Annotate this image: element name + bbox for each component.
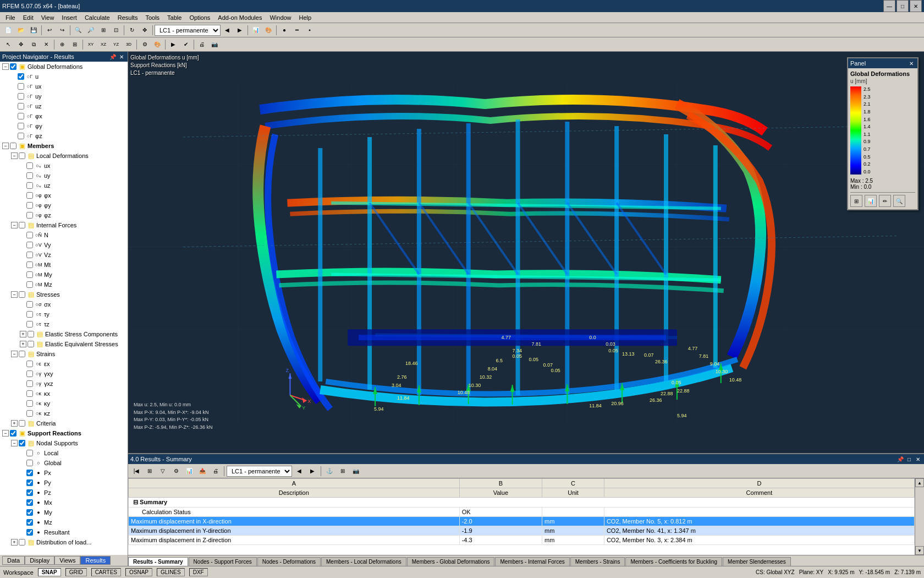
toggle-strains[interactable]: −	[11, 351, 18, 357]
move-button[interactable]: ✥	[15, 39, 27, 51]
tree-My[interactable]: ○M My	[0, 270, 128, 280]
toggle-stresses[interactable]: −	[11, 291, 18, 298]
check-lox[interactable]	[26, 192, 33, 199]
zoom-out-button[interactable]: 🔎	[85, 24, 97, 36]
check-stresses[interactable]	[19, 291, 25, 298]
btab-members-global-def[interactable]: Members - Global Deformations	[407, 557, 495, 566]
check-members[interactable]	[10, 143, 16, 149]
check-Mx[interactable]	[26, 499, 33, 506]
pan-button[interactable]: ✥	[139, 24, 151, 36]
tree-lox[interactable]: ○φ φx	[0, 190, 128, 200]
view-xz-button[interactable]: XZ	[97, 39, 109, 51]
check-resultant[interactable]	[26, 529, 33, 536]
view-yz-button[interactable]: YZ	[110, 39, 122, 51]
tree-lux[interactable]: ○ᵤ ux	[0, 161, 128, 171]
results-export-button[interactable]: 📤	[196, 465, 208, 477]
results-settings-button[interactable]: ⚙	[170, 465, 182, 477]
tree-Mx[interactable]: ● Mx	[0, 498, 128, 508]
tree-nodal-supports[interactable]: − ▤ Nodal Supports	[0, 438, 128, 448]
tree-Mz2[interactable]: ● Mz	[0, 517, 128, 527]
status-seg-grid[interactable]: GRID	[65, 568, 87, 576]
table-row-max-x[interactable]: Maximum displacement in X-direction -2.0…	[129, 517, 915, 526]
nav-pin-button[interactable]: 📌	[109, 53, 117, 61]
rotate-button[interactable]: ↻	[126, 24, 138, 36]
tree-local[interactable]: ○ Local	[0, 448, 128, 458]
view-xy-button[interactable]: XY	[85, 39, 97, 51]
results-expand-button[interactable]: ⊞	[337, 465, 349, 477]
tree-members[interactable]: − ▣ Members	[0, 141, 128, 151]
check-Px[interactable]	[26, 470, 33, 476]
tree-gxy[interactable]: ○γ γxy	[0, 369, 128, 379]
tree-ox[interactable]: ○Γ φx	[0, 111, 128, 121]
check-sigmax[interactable]	[26, 301, 33, 308]
calculate-all-button[interactable]: ▶	[167, 39, 179, 51]
tree-oy[interactable]: ○Γ φy	[0, 121, 128, 131]
check-internal-forces[interactable]	[19, 222, 25, 228]
tree-luz[interactable]: ○ᵤ uz	[0, 181, 128, 190]
toggle-elastic-equiv[interactable]: +	[20, 341, 26, 347]
tree-elastic-stress[interactable]: + ▤ Elastic Stress Components	[0, 329, 128, 339]
check-Mz[interactable]	[26, 281, 33, 288]
table-row-max-z[interactable]: Maximum displacement in Z-direction -4.3…	[129, 536, 915, 545]
tree-Vy[interactable]: ○V Vy	[0, 240, 128, 250]
maximize-button[interactable]: □	[897, 0, 909, 12]
zoom-in-button[interactable]: 🔍	[72, 24, 84, 36]
check-oz[interactable]	[18, 133, 24, 139]
tree-N[interactable]: ○Ñ N	[0, 230, 128, 240]
tree-kz[interactable]: ○κ κz	[0, 408, 128, 418]
zoom-window-button[interactable]: ⊡	[110, 24, 122, 36]
save-button[interactable]: 💾	[28, 24, 40, 36]
check-global[interactable]	[26, 460, 33, 466]
tree-uy[interactable]: ○Γ uy	[0, 91, 128, 101]
check-tauZ[interactable]	[26, 321, 33, 328]
tab-display[interactable]: Display	[25, 556, 54, 565]
btab-members-buckling[interactable]: Members - Coefficients for Buckling	[625, 557, 722, 566]
panel-close-button[interactable]: ✕	[908, 59, 915, 67]
results-chart-button[interactable]: 📊	[183, 465, 195, 477]
result-diagram-button[interactable]: 📊	[250, 24, 262, 36]
tree-ky[interactable]: ○κ κy	[0, 399, 128, 408]
check-nodal-supports[interactable]	[19, 440, 25, 446]
tree-gxz[interactable]: ○γ γxz	[0, 379, 128, 389]
viewport-3d[interactable]: Global Deformations u [mm] Support React…	[128, 52, 924, 453]
scroll-up-button[interactable]: ▲	[915, 478, 924, 487]
grid-button[interactable]: ⊞	[69, 39, 81, 51]
menu-edit[interactable]: Edit	[20, 14, 37, 21]
tree-My2[interactable]: ● My	[0, 508, 128, 517]
table-row-max-y[interactable]: Maximum displacement in Y-direction -1.9…	[129, 526, 915, 536]
menu-file[interactable]: File	[2, 14, 19, 21]
check-tauY[interactable]	[26, 311, 33, 318]
menu-help[interactable]: Help	[296, 14, 315, 21]
print-button[interactable]: 🖨	[196, 39, 208, 51]
menu-addons[interactable]: Add-on Modules	[215, 14, 265, 21]
scroll-down-button[interactable]: ▼	[915, 546, 924, 555]
snap-button[interactable]: ⊕	[56, 39, 68, 51]
tree-u[interactable]: ○Γ u	[0, 72, 128, 81]
check-support-reactions[interactable]	[10, 430, 16, 437]
panel-table-icon-btn[interactable]: ⊞	[850, 195, 862, 207]
check-ex[interactable]	[26, 361, 33, 367]
status-seg-snap[interactable]: SNAP	[38, 568, 61, 576]
tree-criteria[interactable]: + ▤ Criteria	[0, 418, 128, 428]
design-button[interactable]: ✔	[180, 39, 192, 51]
check-uz[interactable]	[18, 103, 24, 110]
panel-edit-icon-btn[interactable]: ✏	[879, 195, 891, 207]
check-u[interactable]	[18, 73, 24, 80]
tree-Mz[interactable]: ○M Mz	[0, 280, 128, 290]
close-button[interactable]: ✕	[910, 0, 922, 12]
check-loy[interactable]	[26, 202, 33, 209]
tree-kx[interactable]: ○κ κx	[0, 389, 128, 399]
view-3d-button[interactable]: 3D	[123, 39, 135, 51]
tree-sigmax[interactable]: ○σ σx	[0, 299, 128, 309]
table-row-calc-status[interactable]: Calculation Status OK	[129, 508, 915, 517]
check-Mz2[interactable]	[26, 519, 33, 526]
tree-oz[interactable]: ○Γ φz	[0, 131, 128, 141]
select-button[interactable]: ↖	[2, 39, 14, 51]
tree-global-deformations[interactable]: − ▣ Global Deformations	[0, 62, 128, 72]
btab-results-summary[interactable]: Results - Summary	[128, 557, 188, 566]
toggle-criteria[interactable]: +	[11, 420, 18, 427]
tree-Py[interactable]: ● Py	[0, 478, 128, 488]
btab-members-strains[interactable]: Members - Strains	[570, 557, 625, 566]
tree-strains[interactable]: − ▤ Strains	[0, 349, 128, 359]
results-maximize-button[interactable]: □	[905, 455, 913, 463]
